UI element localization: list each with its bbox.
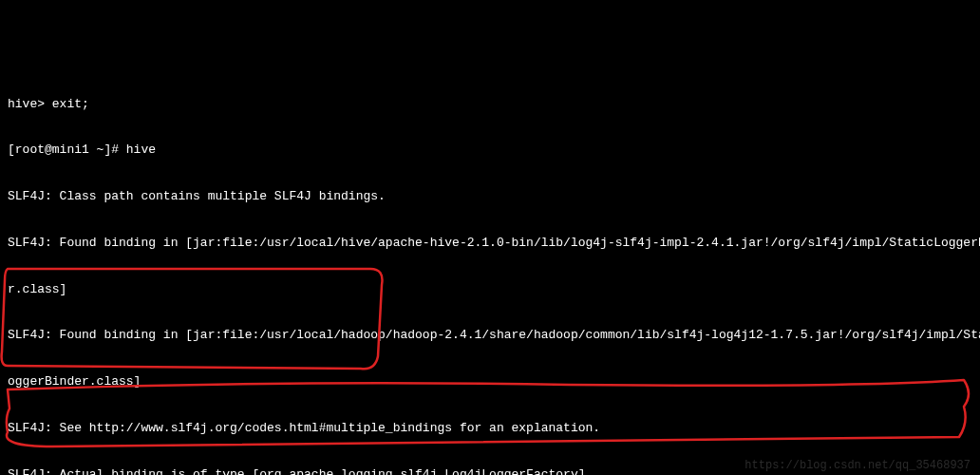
output-line: hive> exit; (8, 97, 972, 112)
output-line: SLF4J: Found binding in [jar:file:/usr/l… (8, 328, 972, 343)
output-line: oggerBinder.class] (8, 374, 972, 390)
watermark: https://blog.csdn.net/qq_35468937 (744, 459, 971, 473)
terminal-output[interactable]: hive> exit; [root@mini1 ~]# hive SLF4J: … (8, 66, 972, 475)
output-line: SLF4J: See http://www.slf4j.org/codes.ht… (8, 421, 972, 436)
output-line: r.class] (8, 282, 972, 297)
output-line: [root@mini1 ~]# hive (8, 142, 972, 158)
output-line: SLF4J: Found binding in [jar:file:/usr/l… (8, 236, 972, 251)
output-line: SLF4J: Class path contains multiple SLF4… (8, 189, 972, 204)
